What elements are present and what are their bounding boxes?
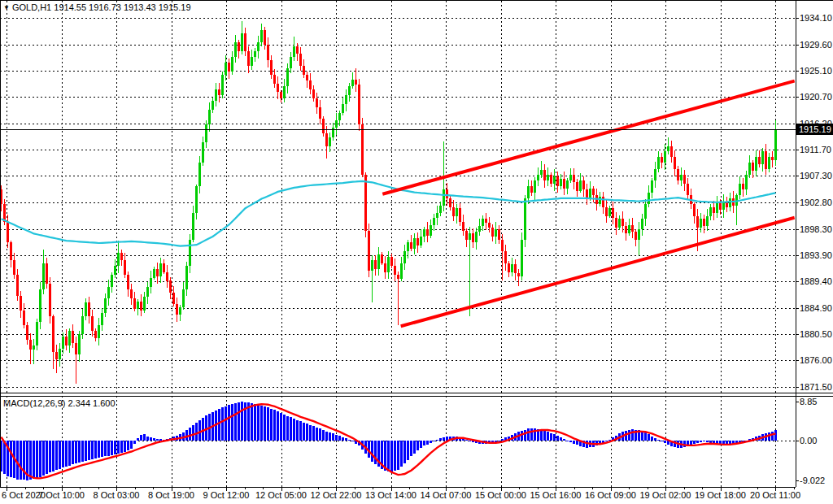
price-chart-canvas[interactable]: 1934.101929.601925.101920.701916.201911.… [0, 0, 833, 504]
trendline-upper-channel[interactable] [382, 81, 794, 194]
svg-text:1893.90: 1893.90 [800, 250, 832, 260]
svg-text:1920.70: 1920.70 [800, 92, 832, 102]
svg-text:1884.90: 1884.90 [800, 303, 832, 313]
symbol-name: GOLD,H1 [12, 2, 51, 12]
price-axis-labels: 1934.101929.601925.101920.701916.201911.… [796, 13, 832, 392]
svg-text:15 Oct 16:00: 15 Oct 16:00 [530, 490, 582, 500]
svg-text:1898.30: 1898.30 [800, 224, 832, 234]
svg-text:9 Oct 12:00: 9 Oct 12:00 [203, 490, 250, 500]
svg-text:1871.50: 1871.50 [800, 382, 832, 392]
svg-text:8 Oct 03:00: 8 Oct 03:00 [94, 490, 140, 500]
svg-text:8.85: 8.85 [800, 397, 817, 406]
svg-text:16 Oct 09:00: 16 Oct 09:00 [585, 490, 636, 500]
svg-text:1911.70: 1911.70 [800, 145, 831, 154]
svg-text:1876.00: 1876.00 [800, 355, 832, 365]
svg-text:1929.60: 1929.60 [800, 40, 832, 50]
svg-text:1902.80: 1902.80 [800, 198, 832, 207]
chart-window: 1934.101929.601925.101920.701916.201911.… [0, 0, 833, 504]
svg-text:20 Oct 11:00: 20 Oct 11:00 [750, 490, 800, 500]
svg-text:1880.50: 1880.50 [800, 329, 832, 339]
svg-text:15 Oct 00:00: 15 Oct 00:00 [475, 490, 526, 500]
svg-text:7 Oct 10:00: 7 Oct 10:00 [38, 490, 85, 500]
svg-text:1925.10: 1925.10 [800, 66, 832, 76]
svg-text:1907.30: 1907.30 [800, 171, 832, 180]
svg-text:13 Oct 14:00: 13 Oct 14:00 [365, 490, 416, 500]
svg-text:12 Oct 05:00: 12 Oct 05:00 [255, 490, 307, 500]
svg-text:-9.022: -9.022 [800, 476, 825, 485]
macd-axis-labels: 8.850.00-9.022 [796, 397, 825, 485]
ohlc-values: 1914.55 1916.73 1913.43 1915.19 [54, 2, 190, 12]
current-price-badge: 1915.19 [796, 124, 833, 135]
svg-text:14 Oct 07:00: 14 Oct 07:00 [421, 490, 472, 500]
symbol-ohlc-label: ▼GOLD,H1 1914.55 1916.73 1913.43 1915.19 [3, 2, 191, 12]
macd-indicator-label: MACD(12,26,9) 2.344 1.600 [3, 398, 116, 408]
trendline-lower-channel[interactable] [401, 218, 795, 327]
symbol-dropdown-icon[interactable]: ▼ [3, 4, 10, 11]
svg-text:12 Oct 22:00: 12 Oct 22:00 [311, 490, 362, 500]
svg-text:1889.40: 1889.40 [800, 276, 832, 286]
grid-layer [0, 1, 796, 487]
time-axis-labels: 6 Oct 20207 Oct 10:008 Oct 03:008 Oct 19… [2, 488, 800, 500]
svg-text:0.00: 0.00 [800, 436, 817, 445]
svg-text:19 Oct 02:00: 19 Oct 02:00 [640, 490, 691, 500]
svg-text:1934.10: 1934.10 [800, 13, 832, 23]
svg-text:8 Oct 19:00: 8 Oct 19:00 [148, 490, 194, 500]
svg-text:19 Oct 18:00: 19 Oct 18:00 [695, 490, 746, 500]
